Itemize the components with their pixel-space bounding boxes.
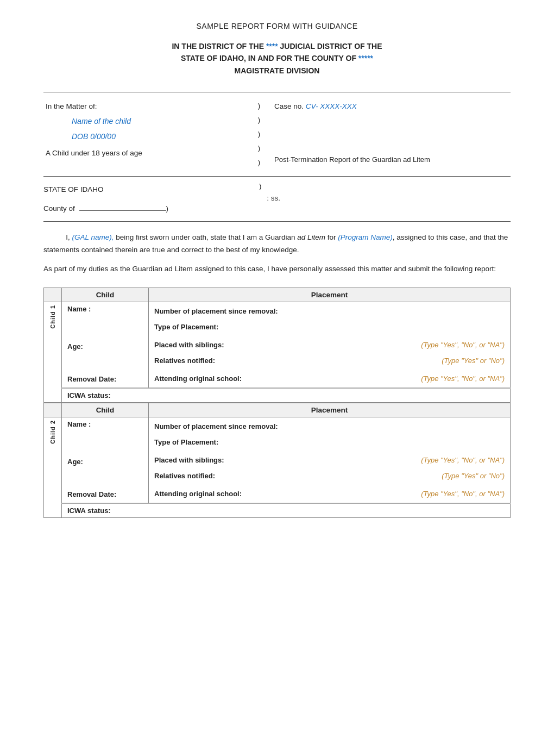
- child2-age-cell: Age:: [62, 451, 149, 485]
- child2-removal-row: Removal Date: Attending original school:…: [44, 485, 511, 503]
- child1-icwa-row: ICWA status:: [44, 388, 511, 403]
- child1-removal-row: Removal Date: Attending original school:…: [44, 370, 511, 388]
- case-right: Case no. CV- XXXX-XXX Post-Termination R…: [265, 99, 511, 170]
- child1-school-cell: Attending original school: (Type "Yes", …: [149, 370, 511, 388]
- child1-name-row: Child 1 Name : Number of placement since…: [44, 302, 511, 336]
- ss-label: : ss.: [267, 182, 280, 202]
- case-number: Case no. CV- XXXX-XXX: [274, 99, 511, 114]
- case-section: In the Matter of: Name of the child DOB …: [43, 92, 511, 177]
- col-placement-1: Placement: [149, 288, 511, 302]
- child2-icwa-cell: ICWA status:: [62, 503, 511, 518]
- child1-placement-num-cell: Number of placement since removal: Type …: [149, 302, 511, 336]
- child2-siblings-cell: Placed with siblings: (Type "Yes", "No",…: [149, 451, 511, 485]
- table-header-row-2: Child Placement: [44, 403, 511, 417]
- placement-table: Child Placement Child 1 Name : Number of…: [43, 288, 511, 518]
- child1-siblings-cell: Placed with siblings: (Type "Yes", "No",…: [149, 336, 511, 370]
- table-header-row-1: Child Placement: [44, 288, 511, 302]
- child1-name-cell: Name :: [62, 302, 149, 336]
- report-type: Post-Termination Report of the Guardian …: [274, 153, 511, 167]
- child2-removal-cell: Removal Date:: [62, 485, 149, 503]
- duties-paragraph: As part of my duties as the Guardian ad …: [43, 263, 511, 276]
- col-placement-2: Placement: [149, 403, 511, 417]
- case-left: In the Matter of: Name of the child DOB …: [43, 99, 254, 170]
- intro-paragraph-1: I, (GAL name), being first sworn under o…: [43, 232, 511, 257]
- child2-age-row: Age: Placed with siblings: (Type "Yes", …: [44, 451, 511, 485]
- child1-label-cell: Child 1: [44, 302, 62, 403]
- state-section: STATE OF IDAHO ) : ss. County of ): [43, 177, 511, 222]
- child-name: Name of the child: [72, 114, 254, 129]
- county-line: [79, 210, 166, 211]
- child2-name-row: Child 2 Name : Number of placement since…: [44, 417, 511, 451]
- child2-label-cell: Child 2: [44, 417, 62, 517]
- col-child-2: Child: [62, 403, 149, 417]
- child2-school-cell: Attending original school: (Type "Yes", …: [149, 485, 511, 503]
- child2-icwa-row: ICWA status:: [44, 503, 511, 518]
- child1-age-cell: Age:: [62, 336, 149, 370]
- page-title: SAMPLE REPORT FORM WITH GUIDANCE: [43, 22, 511, 30]
- court-heading: IN THE DISTRICT OF THE **** JUDICIAL DIS…: [43, 40, 511, 77]
- county-row: County of ): [43, 204, 511, 213]
- child-dob: DOB 0/00/00: [72, 129, 254, 144]
- child2-placement-num-cell: Number of placement since removal: Type …: [149, 417, 511, 451]
- state-label: STATE OF IDAHO: [43, 182, 254, 197]
- child1-removal-cell: Removal Date:: [62, 370, 149, 388]
- child2-name-cell: Name :: [62, 417, 149, 451]
- col-child-1: Child: [62, 288, 149, 302]
- child-under: A Child under 18 years of age: [46, 144, 254, 159]
- child1-age-row: Age: Placed with siblings: (Type "Yes", …: [44, 336, 511, 370]
- in-matter-label: In the Matter of:: [46, 99, 254, 114]
- child1-icwa-cell: ICWA status:: [62, 388, 511, 403]
